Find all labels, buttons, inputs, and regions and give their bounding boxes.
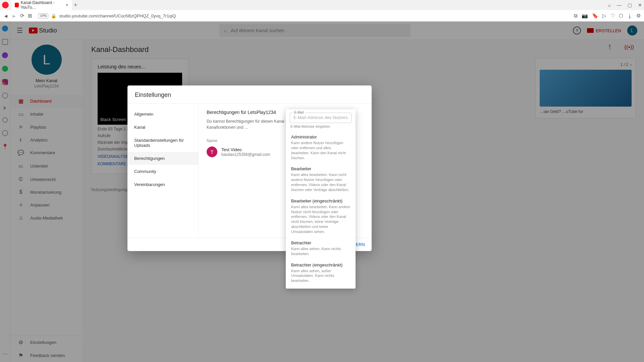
speed-dial-icon[interactable]: ⊞	[28, 13, 32, 19]
youtube-favicon-icon	[15, 3, 19, 7]
close-window-icon[interactable]: ✕	[638, 2, 642, 8]
send-icon[interactable]: ▷	[602, 13, 606, 19]
new-tab-button[interactable]: +	[74, 2, 77, 9]
download-icon[interactable]: ⭳	[627, 13, 632, 19]
search-glass-icon[interactable]: ⌕	[608, 2, 611, 8]
snapshot-icon[interactable]: ⧉	[574, 13, 578, 19]
bookmark-icon[interactable]: 🔖	[592, 13, 598, 19]
camera-icon[interactable]: 📷	[582, 13, 588, 19]
tab-title: Kanal-Dashboard - YouTu…	[21, 0, 63, 10]
reload-icon[interactable]: ⟳	[20, 13, 24, 19]
close-tab-icon[interactable]: ×	[66, 2, 68, 8]
maximize-icon[interactable]: ▢	[628, 2, 632, 8]
opera-logo-icon[interactable]	[2, 2, 9, 8]
vpn-badge[interactable]: VPN	[38, 13, 49, 18]
lock-icon[interactable]: 🔒	[51, 13, 56, 18]
browser-chrome: Kanal-Dashboard - YouTu… × + ⌕ — ▢ ✕ ◄ ►…	[0, 0, 644, 22]
minimize-icon[interactable]: —	[617, 2, 622, 8]
back-icon[interactable]: ◄	[3, 13, 8, 19]
modal-backdrop[interactable]	[0, 21, 644, 22]
cube-icon[interactable]: ⬡	[619, 13, 623, 19]
easy-setup-icon[interactable]: ⚙	[636, 13, 641, 19]
heart-icon[interactable]: ♡	[610, 13, 615, 19]
browser-tab[interactable]: Kanal-Dashboard - YouTu… ×	[11, 0, 72, 11]
url-text[interactable]: studio.youtube.com/channel/UCocN6zQPHQZ_…	[59, 13, 176, 18]
forward-icon[interactable]: ►	[12, 13, 17, 19]
